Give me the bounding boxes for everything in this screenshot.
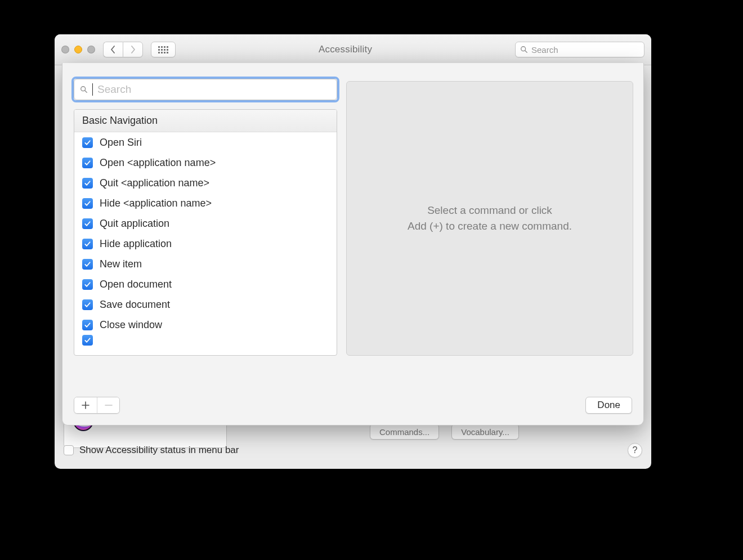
nav-back-forward bbox=[103, 42, 143, 57]
command-row[interactable]: Save document bbox=[74, 294, 337, 315]
command-row[interactable]: Hide application bbox=[74, 234, 337, 254]
command-checkbox[interactable] bbox=[82, 335, 93, 346]
detail-line-2: Add (+) to create a new command. bbox=[408, 218, 572, 235]
command-label: Save document bbox=[100, 299, 170, 311]
command-label: Hide application bbox=[100, 238, 172, 250]
window-title: Accessibility bbox=[183, 44, 507, 55]
chevron-left-icon bbox=[110, 46, 116, 53]
command-checkbox[interactable] bbox=[82, 158, 93, 168]
done-button[interactable]: Done bbox=[585, 397, 632, 414]
command-row[interactable]: Quit application bbox=[74, 213, 337, 234]
command-checkbox[interactable] bbox=[82, 178, 93, 189]
check-icon bbox=[84, 321, 91, 329]
help-button[interactable]: ? bbox=[628, 443, 642, 458]
command-row[interactable]: Hide <application name> bbox=[74, 193, 337, 213]
command-row[interactable]: Close window bbox=[74, 315, 337, 335]
command-checkbox[interactable] bbox=[82, 320, 93, 330]
add-command-button[interactable] bbox=[74, 397, 97, 413]
command-row[interactable]: New item bbox=[74, 254, 337, 274]
window-body: Siri Commands... Vocabulary... Show Acce… bbox=[55, 65, 651, 469]
check-icon bbox=[84, 139, 91, 146]
toolbar-search-input[interactable] bbox=[531, 45, 639, 55]
sheet-search-field[interactable] bbox=[74, 79, 337, 100]
back-button[interactable] bbox=[103, 42, 123, 57]
titlebar: Accessibility bbox=[55, 34, 651, 65]
check-icon bbox=[84, 337, 91, 344]
check-icon bbox=[84, 159, 91, 167]
detail-line-1: Select a command or click bbox=[427, 203, 552, 219]
command-row[interactable]: Open document bbox=[74, 274, 337, 294]
command-label: Open Siri bbox=[100, 137, 142, 149]
command-checkbox[interactable] bbox=[82, 239, 93, 249]
check-icon bbox=[84, 200, 91, 207]
status-checkbox-label: Show Accessibility status in menu bar bbox=[79, 445, 239, 456]
command-row[interactable]: Quit <application name> bbox=[74, 173, 337, 193]
detail-pane: Select a command or click Add (+) to cre… bbox=[346, 81, 633, 356]
check-icon bbox=[84, 301, 91, 308]
text-cursor bbox=[92, 83, 93, 96]
command-list[interactable]: Basic Navigation Open SiriOpen <applicat… bbox=[74, 109, 337, 356]
status-checkbox-row[interactable]: Show Accessibility status in menu bar bbox=[64, 445, 239, 456]
group-header: Basic Navigation bbox=[74, 110, 337, 132]
close-window-button[interactable] bbox=[61, 46, 69, 53]
plus-icon bbox=[82, 401, 89, 409]
preferences-window: Accessibility Siri Commands... Vocabular… bbox=[55, 34, 651, 469]
check-icon bbox=[84, 281, 91, 288]
command-checkbox[interactable] bbox=[82, 137, 93, 148]
toolbar-search-field[interactable] bbox=[515, 42, 644, 57]
background-buttons: Commands... Vocabulary... bbox=[370, 424, 519, 440]
search-icon bbox=[80, 86, 88, 93]
search-icon bbox=[520, 46, 528, 53]
command-row[interactable]: Open Siri bbox=[74, 132, 337, 153]
svg-line-3 bbox=[85, 91, 87, 92]
command-label: Close window bbox=[100, 319, 162, 331]
command-label: Open document bbox=[100, 279, 172, 290]
minimize-window-button[interactable] bbox=[74, 46, 82, 53]
command-checkbox[interactable] bbox=[82, 279, 93, 290]
status-checkbox[interactable] bbox=[64, 445, 74, 455]
command-label: Open <application name> bbox=[100, 157, 216, 169]
check-icon bbox=[84, 220, 91, 227]
command-label: Quit <application name> bbox=[100, 177, 209, 189]
svg-line-1 bbox=[525, 51, 527, 52]
command-checkbox[interactable] bbox=[82, 259, 93, 270]
minus-icon bbox=[105, 401, 113, 409]
commands-sheet: Basic Navigation Open SiriOpen <applicat… bbox=[62, 63, 644, 425]
remove-command-button[interactable] bbox=[97, 397, 119, 413]
chevron-right-icon bbox=[130, 46, 136, 53]
command-label: Quit application bbox=[100, 218, 169, 230]
forward-button[interactable] bbox=[123, 42, 143, 57]
check-icon bbox=[84, 261, 91, 268]
check-icon bbox=[84, 180, 91, 187]
command-row[interactable]: Minimize window bbox=[74, 335, 337, 347]
commands-button-bg[interactable]: Commands... bbox=[370, 424, 439, 440]
sheet-search-input[interactable] bbox=[97, 83, 331, 96]
grid-icon bbox=[158, 46, 168, 53]
command-checkbox[interactable] bbox=[82, 198, 93, 209]
show-all-button[interactable] bbox=[151, 42, 176, 57]
command-checkbox[interactable] bbox=[82, 299, 93, 310]
zoom-window-button[interactable] bbox=[87, 46, 95, 53]
window-controls bbox=[61, 46, 95, 53]
command-label: Hide <application name> bbox=[100, 198, 212, 209]
help-icon: ? bbox=[633, 445, 638, 455]
footer-row: Show Accessibility status in menu bar ? bbox=[64, 442, 642, 459]
command-row[interactable]: Open <application name> bbox=[74, 153, 337, 173]
add-remove-segment bbox=[74, 397, 120, 414]
check-icon bbox=[84, 240, 91, 248]
command-label: New item bbox=[100, 258, 142, 270]
vocabulary-button-bg[interactable]: Vocabulary... bbox=[451, 424, 519, 440]
command-rows-container: Open SiriOpen <application name>Quit <ap… bbox=[74, 132, 337, 347]
svg-point-0 bbox=[521, 47, 526, 51]
command-checkbox[interactable] bbox=[82, 218, 93, 229]
